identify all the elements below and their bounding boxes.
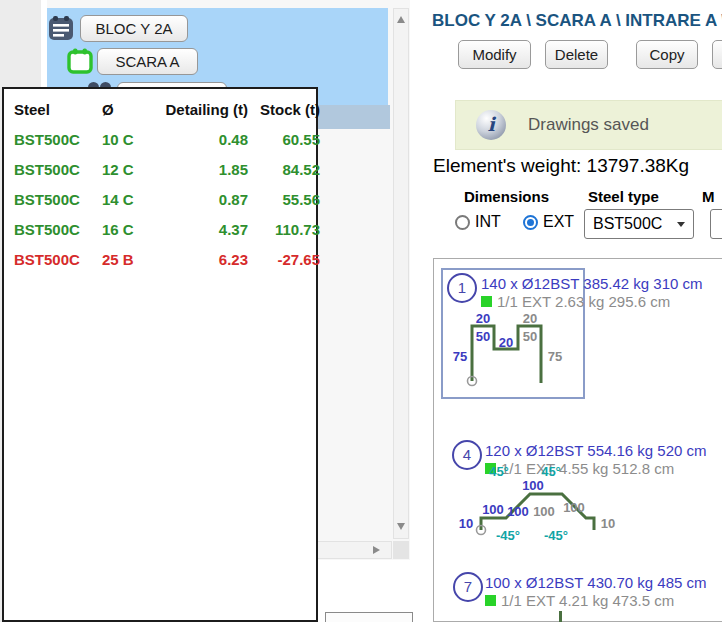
table-row: BST500C 10 C 0.48 60.55 — [4, 125, 316, 155]
svg-text:100: 100 — [533, 504, 555, 519]
col-header-diameter: Ø — [102, 95, 160, 125]
dimensions-label: Dimensions — [464, 188, 549, 205]
cell-detailing: 4.37 — [160, 215, 248, 245]
cell-stock: 55.56 — [248, 185, 320, 215]
svg-text:-45°: -45° — [544, 528, 568, 543]
info-icon: i — [476, 110, 506, 140]
cell-steel: BST500C — [14, 245, 102, 275]
table-row: BST500C 25 B 6.23 -27.65 — [4, 245, 316, 275]
clipped-input[interactable] — [710, 209, 722, 239]
svg-text:75: 75 — [453, 349, 467, 364]
clipped-form-label: M — [702, 188, 715, 205]
calendar-icon[interactable] — [67, 48, 93, 74]
shape-subtitle-text: 1/1 EXT 2.63 kg 295.6 cm — [497, 293, 670, 310]
element-weight-label: Element's weight: 13797.38Kg — [433, 155, 689, 177]
clipped-toolbar-button[interactable] — [712, 40, 722, 69]
shape-subtitle-text: 1/1 EXT 4.21 kg 473.5 cm — [501, 592, 674, 609]
col-header-detailing: Detailing (t) — [160, 95, 248, 125]
svg-text:75: 75 — [548, 349, 562, 364]
table-row: BST500C 14 C 0.87 55.56 — [4, 185, 316, 215]
radio-int-icon[interactable] — [455, 215, 470, 230]
stock-table-header: Steel Ø Detailing (t) Stock (t) — [4, 89, 316, 125]
shape-number-badge: 1 — [447, 273, 477, 303]
cell-detailing: 0.48 — [160, 125, 248, 155]
shape-drawing-4[interactable]: 45° 45° 100 100 100 100 100 10 10 -45° -… — [436, 456, 621, 556]
radio-ext-icon[interactable] — [523, 215, 538, 230]
tree-node-scara-a[interactable]: SCARA A — [97, 48, 198, 75]
notification-bar: i Drawings saved — [455, 100, 722, 150]
radio-ext[interactable]: EXT — [523, 213, 574, 231]
scroll-down-icon[interactable] — [397, 523, 405, 530]
copy-button[interactable]: Copy — [636, 40, 698, 69]
cell-stock: 60.55 — [248, 125, 320, 155]
svg-text:20: 20 — [523, 314, 537, 326]
steel-type-label: Steel type — [588, 188, 659, 205]
delete-button[interactable]: Delete — [545, 40, 608, 69]
svg-text:20: 20 — [499, 335, 513, 350]
svg-text:50: 50 — [476, 329, 490, 344]
col-header-stock: Stock (t) — [248, 95, 320, 125]
legend-square-icon — [481, 296, 492, 307]
steel-stock-popup: Steel Ø Detailing (t) Stock (t) BST500C … — [2, 87, 318, 622]
shape-title: 140 x Ø12BST 385.42 kg 310 cm — [481, 275, 703, 292]
cell-stock: -27.65 — [248, 245, 320, 275]
steel-type-selected-value: BST500C — [593, 215, 662, 233]
legend-square-icon — [485, 595, 496, 606]
scroll-right-icon[interactable] — [373, 546, 380, 554]
svg-text:10: 10 — [459, 516, 473, 531]
svg-text:100: 100 — [507, 504, 529, 519]
tree-node-bloc-y-2a[interactable]: BLOC Y 2A — [80, 15, 188, 42]
svg-text:100: 100 — [522, 478, 544, 493]
cell-size: 16 C — [102, 215, 160, 245]
shape-subtitle: 1/1 EXT 2.63 kg 295.6 cm — [481, 293, 670, 310]
cell-stock: 84.52 — [248, 155, 320, 185]
cell-steel: BST500C — [14, 215, 102, 245]
cell-stock: 110.73 — [248, 215, 320, 245]
cell-steel: BST500C — [14, 185, 102, 215]
svg-text:20: 20 — [476, 314, 490, 326]
svg-text:45°: 45° — [489, 464, 509, 479]
cell-steel: BST500C — [14, 155, 102, 185]
radio-int[interactable]: INT — [455, 213, 501, 231]
col-header-steel: Steel — [14, 95, 102, 125]
cell-size: 14 C — [102, 185, 160, 215]
shape-subtitle: 1/1 EXT 4.21 kg 473.5 cm — [485, 592, 674, 609]
journal-icon[interactable] — [48, 15, 74, 41]
bar-shapes-panel: 1 140 x Ø12BST 385.42 kg 310 cm 1/1 EXT … — [433, 258, 722, 622]
svg-text:-45°: -45° — [496, 528, 520, 543]
table-row: BST500C 12 C 1.85 84.52 — [4, 155, 316, 185]
modify-button[interactable]: Modify — [458, 40, 531, 69]
shape-drawing-1: 20 20 50 20 50 75 75 — [448, 314, 583, 398]
chevron-down-icon — [677, 222, 685, 227]
radio-int-label: INT — [475, 213, 501, 231]
cell-size: 25 B — [102, 245, 160, 275]
svg-text:10: 10 — [601, 516, 615, 531]
svg-text:100: 100 — [482, 502, 504, 517]
cell-steel: BST500C — [14, 125, 102, 155]
scrollbar-corner — [393, 541, 409, 559]
app-window: BLOC Y 2A SCARA A INTRARE A Steel Ø Deta… — [0, 0, 722, 622]
table-row: BST500C 16 C 4.37 110.73 — [4, 215, 316, 245]
radio-ext-label: EXT — [543, 213, 574, 231]
cell-detailing: 6.23 — [160, 245, 248, 275]
shape-title: 100 x Ø12BST 430.70 kg 485 cm — [485, 574, 707, 591]
breadcrumb[interactable]: BLOC Y 2A \ SCARA A \ INTRARE A \ — [432, 11, 722, 31]
clipped-bottom-panel — [325, 612, 413, 622]
steel-type-select[interactable]: BST500C — [584, 209, 694, 239]
tree-vertical-scrollbar[interactable] — [393, 8, 409, 539]
cell-size: 12 C — [102, 155, 160, 185]
cell-detailing: 0.87 — [160, 185, 248, 215]
svg-text:45°: 45° — [541, 464, 561, 479]
scroll-up-icon[interactable] — [397, 16, 405, 23]
notification-text: Drawings saved — [528, 115, 649, 135]
cell-size: 10 C — [102, 125, 160, 155]
cell-detailing: 1.85 — [160, 155, 248, 185]
svg-text:100: 100 — [563, 500, 585, 515]
svg-text:50: 50 — [523, 329, 537, 344]
shape-drawing-7-clipped — [559, 611, 562, 622]
shape-number-badge: 7 — [453, 572, 483, 602]
